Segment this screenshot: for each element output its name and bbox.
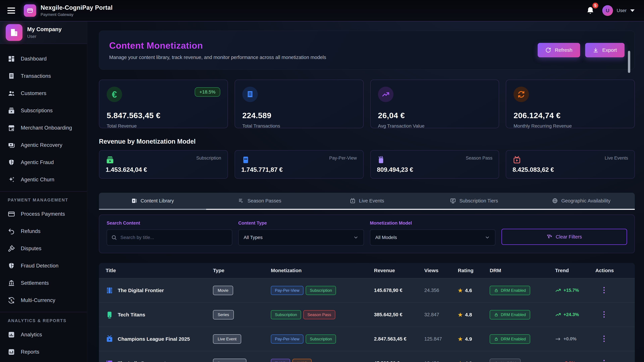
export-button[interactable]: Export — [585, 43, 624, 57]
scrollbar-thumb[interactable] — [628, 51, 630, 73]
trend-flat-icon — [555, 336, 561, 342]
sidebar-section-payment-management: PAYMENT MANAGEMENT — [0, 196, 87, 207]
library-play-icon — [131, 198, 137, 204]
stat-label: Total Revenue — [107, 123, 220, 129]
sidebar-item-agentic-fraud[interactable]: Agentic Fraud — [0, 155, 87, 170]
content-title: Tech Titans — [118, 312, 145, 318]
type-badge: Documentary — [213, 359, 246, 362]
tab-label: Season Passes — [248, 198, 282, 204]
topbar: Nexgile-CogniPay Portal Payment Gateway … — [0, 0, 644, 21]
tab-live-events[interactable]: Live Events — [313, 193, 420, 209]
sidebar-item-agentic-recovery[interactable]: Agentic Recovery — [0, 138, 87, 152]
sidebar-divider — [0, 191, 87, 192]
sidebar-item-merchant-onboarding[interactable]: Merchant Onboarding — [0, 121, 87, 135]
content-type-select[interactable]: All Types — [238, 229, 364, 246]
stat-label: Total Transactions — [242, 123, 356, 129]
sparkles-icon — [8, 176, 15, 183]
sidebar-item-multi-currency[interactable]: $ Multi-Currency — [0, 293, 87, 308]
tab-label: Subscription Tiers — [459, 198, 498, 204]
monetization-model-select[interactable]: All Models — [370, 229, 496, 246]
content-table: Title Type Monetization Revenue Views Ra… — [99, 263, 635, 362]
stat-card-total-revenue: € +18.5% 5.847.563,45 € Total Revenue — [99, 80, 228, 128]
search-input[interactable] — [107, 229, 232, 246]
page-header-card: Content Monetization Manage your content… — [99, 31, 635, 69]
users-icon — [8, 90, 15, 97]
company-switcher[interactable]: My Company User — [0, 21, 87, 44]
chart-box-icon — [8, 331, 15, 338]
trend-up-icon — [555, 287, 561, 294]
revenue-card-live-events: Live Events 8.425.083,62 € — [506, 150, 635, 179]
row-actions-menu[interactable]: ⋮ — [595, 334, 613, 343]
page-title: Content Monetization — [109, 40, 326, 51]
sidebar-nav: Dashboard Transactions Customers Subscri… — [0, 44, 87, 362]
stat-card-total-transactions: 224.589 Total Transactions — [234, 80, 364, 128]
sidebar-item-fraud-detection[interactable]: Fraud Detection — [0, 259, 87, 273]
column-revenue: Revenue — [374, 268, 424, 273]
tab-geographic-availability[interactable]: Geographic Availability — [528, 193, 635, 209]
star-icon: ★ — [458, 361, 463, 362]
sidebar-item-refunds[interactable]: Refunds — [0, 224, 87, 239]
subscriptions-icon — [8, 107, 15, 114]
column-views: Views — [424, 268, 458, 273]
receipt-icon — [8, 72, 15, 80]
sidebar-item-settlements[interactable]: Settlements — [0, 276, 87, 290]
column-title: Title — [106, 268, 213, 273]
revenue-card-label: Season Pass — [466, 156, 492, 161]
avatar: U — [602, 5, 613, 16]
company-name: My Company — [27, 26, 62, 32]
rating-value: 4.9 — [465, 336, 472, 342]
sidebar-item-dashboard[interactable]: Dashboard — [0, 52, 87, 66]
revenue-card-season-pass: Season Pass 809.494,23 € — [370, 150, 499, 179]
bar-chart-box-icon — [8, 348, 15, 356]
row-actions-menu[interactable]: ⋮ — [595, 286, 613, 294]
sidebar-item-customers[interactable]: Customers — [0, 86, 87, 100]
table-row[interactable]: Tech Titans Series Subscription Season P… — [99, 303, 635, 327]
refresh-button[interactable]: Refresh — [538, 43, 580, 57]
monetization-badge: AVOD — [292, 359, 312, 362]
sidebar-item-analytics[interactable]: Analytics — [0, 328, 87, 342]
sidebar-item-subscriptions[interactable]: Subscriptions — [0, 103, 87, 118]
tab-season-passes[interactable]: Season Passes — [206, 193, 313, 209]
trend-value: +15.7% — [564, 288, 579, 293]
sidebar-item-label: Customers — [21, 90, 46, 96]
sidebar-section-analytics-reports: ANALYTICS & REPORTS — [0, 317, 87, 328]
row-actions-menu[interactable]: ⋮ — [595, 359, 613, 362]
growth-badge: +18.5% — [195, 87, 220, 97]
company-building-icon — [6, 24, 22, 41]
sidebar-item-process-payments[interactable]: Process Payments — [0, 207, 87, 221]
rating-value: 4.6 — [465, 288, 472, 293]
tab-label: Geographic Availability — [561, 198, 610, 204]
table-row[interactable]: Champions League Final 2025 Live Event P… — [99, 327, 635, 351]
tab-label: Content Library — [140, 198, 174, 204]
stat-label: Monthly Recurring Revenue — [514, 123, 627, 129]
filter-x-icon — [546, 234, 552, 240]
tab-subscription-tiers[interactable]: Subscription Tiers — [420, 193, 528, 209]
sidebar-item-transactions[interactable]: Transactions — [0, 69, 87, 83]
sidebar-item-disputes[interactable]: Disputes — [0, 241, 87, 256]
notification-badge: 5 — [592, 2, 599, 9]
chevron-down-icon — [485, 235, 490, 240]
clear-filters-button[interactable]: Clear Filters — [502, 229, 627, 245]
page-subtitle: Manage your content library, track reven… — [109, 55, 326, 60]
type-badge: Movie — [213, 286, 233, 295]
monetization-model-value: All Models — [375, 235, 397, 240]
sidebar-item-label: Transactions — [21, 73, 51, 79]
card-icon — [241, 156, 250, 164]
unlock-icon — [494, 361, 498, 362]
row-actions-menu[interactable]: ⋮ — [595, 310, 613, 318]
table-row[interactable]: The Indie Documentary Documentary TVOD A… — [99, 351, 635, 362]
tab-content-library[interactable]: Content Library — [99, 193, 206, 209]
table-row[interactable]: The Digital Frontier Movie Pay-Per-View … — [99, 278, 635, 303]
column-rating: Rating — [458, 268, 490, 273]
sidebar-item-label: Dashboard — [21, 56, 46, 62]
monetization-badge: Subscription — [306, 335, 336, 344]
sidebar-item-reports[interactable]: Reports — [0, 345, 87, 359]
monitor-icon — [106, 311, 113, 319]
views-value: 32.847 — [424, 312, 458, 318]
user-menu[interactable]: U User — [602, 5, 634, 16]
menu-icon[interactable] — [8, 6, 17, 14]
trending-up-icon — [378, 87, 394, 102]
notifications-button[interactable]: 5 — [586, 6, 595, 15]
drm-label: DRM Enabled — [501, 312, 526, 317]
sidebar-item-agentic-churn[interactable]: Agentic Churn — [0, 172, 87, 187]
